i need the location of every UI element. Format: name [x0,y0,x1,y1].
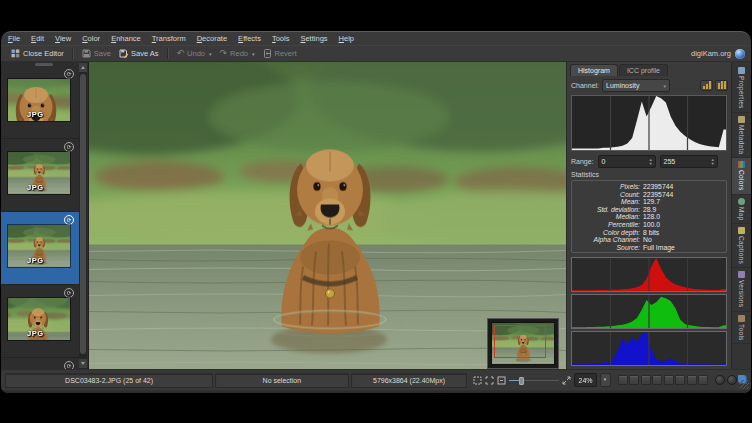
menu-effects[interactable]: Effects [238,34,261,43]
redo-button[interactable]: ↷ Redo ▾ [216,46,259,61]
menu-file[interactable]: File [8,34,20,43]
menu-view[interactable]: View [55,34,71,43]
status-toggle-button-3[interactable] [641,375,651,385]
thumbnail-item-4[interactable]: ⟳ JPG [1,285,79,358]
scroll-down-button[interactable] [79,359,87,368]
zoom-in-icon[interactable] [562,376,571,385]
thumbnail-item-1[interactable]: ⟳ JPG [1,66,79,139]
sidebar-tab-map[interactable]: Map [732,195,751,225]
undo-button[interactable]: ↶ Undo ▾ [173,46,216,61]
map-globe-icon [738,198,745,205]
sidebar-tab-properties[interactable]: Properties [732,64,751,113]
sidebar-tab-captions[interactable]: Captions [732,224,751,268]
tab-icc-profile-label: ICC profile [627,67,660,74]
zoom-dropdown-button[interactable]: ▾ [600,373,611,387]
menu-help[interactable]: Help [339,34,354,43]
save-icon [82,49,91,58]
redo-dropdown-icon[interactable]: ▾ [252,51,255,57]
status-toggle-button-1[interactable] [618,375,628,385]
channel-label: Channel: [571,82,599,89]
save-as-button[interactable]: Save As [115,46,163,61]
navigator-view-rectangle[interactable] [494,325,546,358]
range-max-value: 255 [661,158,709,165]
red-histogram [571,257,727,292]
status-toggle-button-6[interactable] [675,375,685,385]
save-button[interactable]: Save [78,46,115,61]
status-dimensions: 5796x3864 (22.40Mpx) [351,373,468,388]
versions-badge-icon: ⟳ [64,361,74,369]
thumbnail-item-5[interactable]: ⟳ [1,358,79,369]
stat-row: Count:22395744 [576,191,722,199]
up-arrow-icon [81,66,85,69]
undo-icon: ↶ [177,49,185,58]
digikam-editor-window: File Edit View Color Enhance Transform D… [1,31,751,393]
revert-button[interactable]: Revert [259,46,301,61]
menu-edit[interactable]: Edit [31,34,44,43]
tab-histogram[interactable]: Histogram [570,64,618,76]
toolbar-separator [167,48,169,59]
status-toggle-button-4[interactable] [652,375,662,385]
statistics-box: Pixels:22395744 Count:22395744 Mean:129.… [571,180,727,253]
range-row: Range: 0 ▴▾ 255 ▴▾ [571,155,728,168]
sidebar-tab-tools[interactable]: Tools [732,312,751,345]
zoom-out-icon[interactable] [497,376,506,385]
undo-dropdown-icon[interactable]: ▾ [209,51,212,57]
menu-settings[interactable]: Settings [300,34,327,43]
fit-selection-icon[interactable] [473,376,482,385]
luminosity-histogram[interactable] [571,95,727,151]
scale-buttons [700,80,728,91]
format-badge: JPG [27,329,44,338]
menu-bar: File Edit View Color Enhance Transform D… [1,32,751,45]
format-badge: JPG [27,256,44,265]
spin-arrows-icon[interactable]: ▴▾ [709,158,717,166]
status-toggle-button-7[interactable] [687,375,697,385]
scroll-up-button[interactable] [79,63,87,72]
format-badge: JPG [27,110,44,119]
slider-knob[interactable] [519,377,524,385]
stat-row: Median:128.0 [576,213,722,221]
close-editor-button[interactable]: Close Editor [7,46,68,61]
underexposure-indicator-button[interactable] [715,375,725,385]
window-resize-grip[interactable] [740,380,749,389]
sidebar-tab-metadata[interactable]: Metadata [732,113,751,159]
status-toggle-button-5[interactable] [664,375,674,385]
range-min-value: 0 [599,158,647,165]
versions-badge-icon: ⟳ [64,215,74,225]
status-toggle-button-2[interactable] [629,375,639,385]
channel-select[interactable]: Luminosity ▾ [602,79,670,92]
captions-icon [738,227,745,234]
sidebar-tab-colors[interactable]: Colors [732,158,751,195]
image-canvas[interactable] [89,62,566,369]
thumbnail-item-3-selected[interactable]: ⟳ JPG [1,212,79,285]
overexposure-indicator-button[interactable] [727,375,737,385]
fit-window-icon[interactable] [485,376,494,385]
range-max-spinbox[interactable]: 255 ▴▾ [660,155,718,168]
linear-scale-button[interactable] [700,80,713,91]
right-sidebar-tabs: Properties Metadata Colors Map Captions … [731,62,751,369]
menu-decorate[interactable]: Decorate [197,34,227,43]
menu-tools[interactable]: Tools [272,34,290,43]
zoom-level-input[interactable]: 24% [574,373,596,387]
pan-navigator[interactable] [488,319,558,368]
menu-transform[interactable]: Transform [152,34,186,43]
close-editor-label: Close Editor [23,49,64,58]
menu-enhance[interactable]: Enhance [111,34,141,43]
status-toggle-button-8[interactable] [698,375,708,385]
thumbbar-scrollbar[interactable] [79,62,87,369]
range-min-spinbox[interactable]: 0 ▴▾ [598,155,656,168]
rgb-histograms [571,257,727,368]
zoom-slider[interactable] [509,376,559,385]
properties-icon [738,67,745,74]
menu-color[interactable]: Color [82,34,100,43]
down-arrow-icon [81,362,85,365]
stat-row: Percentile:100.0 [576,221,722,229]
spin-arrows-icon[interactable]: ▴▾ [647,158,655,166]
sidebar-tab-versions[interactable]: Versions [732,268,751,311]
thumbnail-item-2[interactable]: ⟳ JPG [1,139,79,212]
tab-icc-profile[interactable]: ICC profile [619,64,668,76]
scrollbar-thumb[interactable] [80,74,86,354]
digikam-org-link[interactable]: digiKam.org [691,49,745,59]
channel-value: Luminosity [606,82,639,89]
log-scale-button[interactable] [715,80,728,91]
toolbar: Close Editor Save Save As ↶ Undo ▾ ↷ Red… [1,45,751,62]
